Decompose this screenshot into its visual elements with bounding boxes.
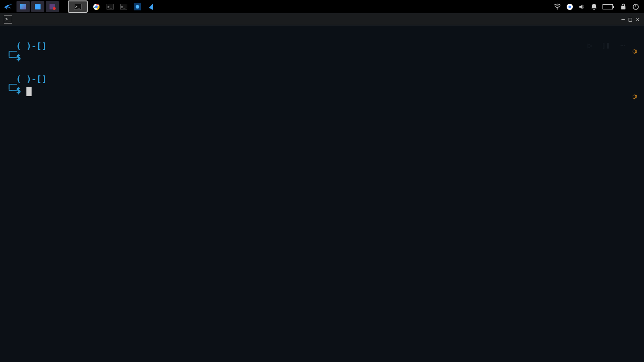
svg-point-10 (557, 8, 558, 10)
system-panel: >_ >_ >_ (0, 0, 644, 13)
task-button-1[interactable] (17, 1, 30, 12)
taskbar-item-chrome[interactable] (93, 3, 102, 10)
svg-text:>_: >_ (121, 5, 126, 9)
terminal-icon: >_ (120, 3, 127, 10)
window-icon: >_ (4, 15, 12, 24)
cursor (26, 87, 32, 96)
svg-rect-16 (635, 4, 636, 7)
menu-bar (0, 25, 644, 37)
battery-icon (603, 4, 613, 9)
task-button-3[interactable] (46, 1, 59, 12)
svg-text:>_: >_ (75, 4, 80, 9)
window-controls: — □ ✕ (621, 16, 644, 23)
system-tray (544, 3, 644, 10)
svg-rect-14 (621, 6, 626, 9)
task-button-2[interactable] (31, 1, 44, 12)
taskbar-item-term2[interactable]: >_ (120, 3, 129, 10)
kali-logo-icon[interactable] (2, 1, 15, 12)
svg-point-12 (568, 5, 571, 8)
terminal-icon: >_ (107, 3, 114, 10)
editor-status-bar-ghost (0, 352, 644, 362)
svg-point-9 (136, 5, 140, 8)
close-icon[interactable]: ✕ (636, 16, 639, 23)
chrome-icon (93, 3, 100, 10)
battery-indicator[interactable] (603, 4, 615, 9)
taskbar-item-vscode[interactable] (148, 3, 157, 10)
minimize-icon[interactable]: — (621, 16, 625, 23)
taskbar-item-vbox[interactable] (134, 3, 143, 10)
wifi-icon[interactable] (553, 3, 561, 10)
terminal-window: ▷ ⫿⫿ ⋯ >_ — □ ✕ (0, 13, 644, 362)
notifications-icon[interactable] (590, 3, 598, 10)
taskbar-item-term1[interactable]: >_ (107, 3, 116, 10)
lock-icon[interactable] (619, 3, 627, 10)
window-titlebar[interactable]: >_ — □ ✕ (0, 13, 644, 25)
maximize-icon[interactable]: □ (629, 16, 632, 23)
svg-rect-13 (594, 9, 595, 10)
active-terminal-task-icon[interactable]: >_ (68, 1, 87, 12)
vscode-icon (148, 3, 155, 10)
virtualbox-icon (134, 3, 141, 10)
chrome-tray-icon[interactable] (566, 3, 573, 10)
power-icon[interactable] (632, 3, 639, 10)
svg-text:>_: >_ (107, 5, 112, 9)
taskbar-items: >_ >_ (87, 3, 544, 10)
volume-icon[interactable] (578, 3, 586, 10)
terminal-body[interactable]: ┌─ ( )-[] └─ $ ┌─ ( )-[] └─ $ (0, 37, 644, 362)
task-separator (60, 1, 67, 12)
panel-left: >_ (0, 1, 87, 12)
